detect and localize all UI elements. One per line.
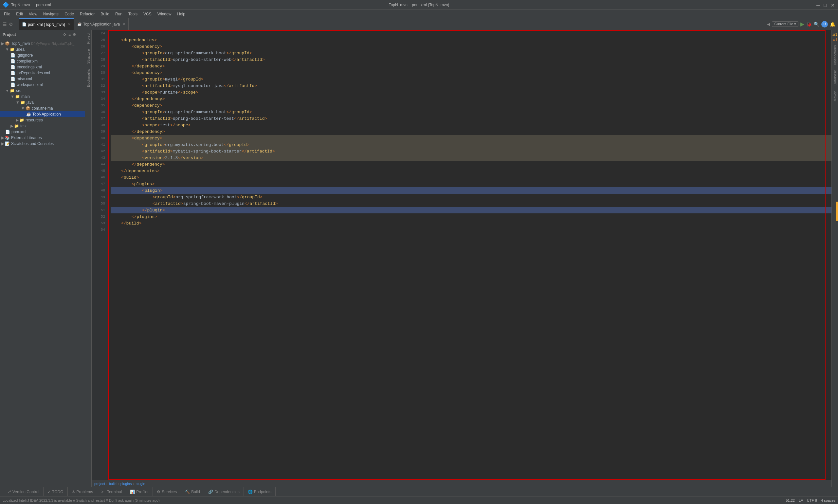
- menu-view[interactable]: View: [26, 11, 40, 17]
- menubar: File Edit View Navigate Code Refactor Bu…: [0, 10, 838, 18]
- tab-topnapplication[interactable]: ☕ TopNApplication.java ✕: [74, 18, 129, 30]
- tree-label: java: [26, 100, 34, 105]
- settings-icon[interactable]: ⚙: [9, 22, 13, 27]
- code-line-41: <groupId>org.mybatis.spring.boot</groupI…: [111, 141, 832, 148]
- tree-item-comitheima[interactable]: ▼ 📦 com.itheima: [0, 105, 85, 111]
- code-line-49: <groupId>org.springframework.boot</group…: [111, 194, 832, 200]
- close-button[interactable]: ✕: [831, 3, 835, 7]
- tree-item-compiler[interactable]: 📄 compiler.xml: [0, 58, 85, 64]
- code-content[interactable]: <dependencies> <dependency> <groupId>org…: [108, 30, 832, 480]
- line-ending[interactable]: LF: [799, 499, 803, 502]
- indent-info[interactable]: 4 spaces: [821, 499, 835, 502]
- statusbar-left: Localized IntelliJ IDEA 2022.3.3 is avai…: [3, 499, 160, 502]
- menu-edit[interactable]: Edit: [14, 11, 25, 17]
- menu-vcs[interactable]: VCS: [141, 11, 154, 17]
- menu-file[interactable]: File: [1, 11, 13, 17]
- run-debug-button[interactable]: 🐞: [806, 22, 812, 27]
- maven-side-label[interactable]: Maven: [833, 88, 838, 104]
- tree-item-topnapplication[interactable]: ☕ TopNApplication: [0, 111, 85, 117]
- tab-pom-xml[interactable]: 📄 pom.xml (TopN_mvn) ✕: [19, 18, 74, 30]
- breadcrumb-build[interactable]: build: [109, 482, 117, 486]
- notifications-side-label[interactable]: Notifications: [833, 42, 838, 68]
- expand-icon: ▼: [16, 100, 20, 105]
- run-button[interactable]: ▶: [800, 21, 804, 27]
- bookmarks-side-label[interactable]: Bookmarks: [86, 67, 91, 90]
- tab-terminal[interactable]: >_ Terminal: [97, 487, 126, 497]
- tab-endpoints[interactable]: 🌐 Endpoints: [244, 487, 275, 497]
- tab-java-close[interactable]: ✕: [122, 22, 125, 26]
- line-41: 41: [95, 141, 105, 148]
- tree-item-resources[interactable]: ▶ 📁 resources: [0, 117, 85, 123]
- tab-pom-close[interactable]: ✕: [68, 22, 70, 26]
- tab-version-control[interactable]: ⎇ Version Control: [3, 487, 43, 497]
- tab-build[interactable]: 🔨 Build: [181, 487, 204, 497]
- tab-problems[interactable]: ⚠ Problems: [68, 487, 97, 497]
- tree-item-pomxml[interactable]: 📄 pom.xml: [0, 129, 85, 135]
- tree-item-idea[interactable]: ▼ 📁 .idea: [0, 47, 85, 52]
- breadcrumb-project[interactable]: project: [94, 482, 105, 486]
- build-icon: 🔨: [185, 490, 190, 494]
- tab-label: Services: [162, 490, 177, 494]
- tree-item-java[interactable]: ▼ 📁 java: [0, 100, 85, 105]
- search-button[interactable]: 🔍: [814, 22, 819, 27]
- info-message: Localized IntelliJ IDEA 2022.3.3 is avai…: [3, 499, 160, 502]
- tab-services[interactable]: ⚙ Services: [153, 487, 181, 497]
- xml-icon2: 📄: [5, 130, 10, 134]
- tab-profiler[interactable]: 📊 Profiler: [126, 487, 153, 497]
- settings-gear-icon[interactable]: ⚙: [73, 32, 76, 37]
- folder-icon: 📁: [15, 94, 20, 99]
- maximize-button[interactable]: □: [824, 3, 828, 7]
- tab-todo[interactable]: ✓ TODO: [43, 487, 68, 497]
- code-editor: 24 25 26 27 28 29 30 31 32 33 34 35 36 3…: [92, 30, 832, 480]
- tree-item-jarrepos[interactable]: 📄 jarRepositories.xml: [0, 70, 85, 76]
- tree-item-workspace[interactable]: 📄 workspace.xml: [0, 82, 85, 88]
- encoding[interactable]: UTF-8: [807, 499, 817, 502]
- menu-code[interactable]: Code: [62, 11, 76, 17]
- project-side-label[interactable]: Project: [86, 30, 91, 47]
- xml-icon: 📄: [11, 71, 15, 75]
- menu-run[interactable]: Run: [113, 11, 125, 17]
- database-side-label[interactable]: Database: [833, 68, 838, 88]
- sidebar-header: Project ⟳ ≡ ⚙ —: [0, 30, 85, 39]
- breadcrumb-plugins[interactable]: plugins: [121, 482, 132, 486]
- structure-icon[interactable]: ☰: [3, 22, 7, 27]
- token: <: [121, 38, 124, 42]
- tree-item-test[interactable]: ▶ 📁 test: [0, 123, 85, 129]
- scrollbar-indicator: [836, 202, 838, 221]
- breadcrumb-plugin[interactable]: plugin: [136, 482, 145, 486]
- tab-bar: 📄 pom.xml (TopN_mvn) ✕ ☕ TopNApplication…: [19, 18, 764, 30]
- tree-item-src[interactable]: ▼ 📁 src: [0, 88, 85, 94]
- tree-item-external-libs[interactable]: ▶ 📚 External Libraries: [0, 135, 85, 141]
- avatar-icon[interactable]: U: [821, 21, 828, 28]
- line-49: 49: [95, 194, 105, 200]
- menu-help[interactable]: Help: [175, 11, 188, 17]
- tree-item-scratches[interactable]: ▶ 📝 Scratches and Consoles: [0, 141, 85, 147]
- tree-item-misc[interactable]: 📄 misc.xml: [0, 76, 85, 82]
- warning-count: ⚠3: [833, 33, 837, 36]
- back-icon[interactable]: ◀: [767, 22, 770, 26]
- notifications-icon[interactable]: 🔔: [830, 22, 835, 27]
- menu-build[interactable]: Build: [98, 11, 112, 17]
- line-33: 33: [95, 89, 105, 95]
- tab-dependencies[interactable]: 🔗 Dependencies: [204, 487, 244, 497]
- menu-window[interactable]: Window: [155, 11, 174, 17]
- menu-navigate[interactable]: Navigate: [40, 11, 61, 17]
- menu-refactor[interactable]: Refactor: [77, 11, 97, 17]
- tree-item-topnmvn[interactable]: ▶ 📦 TopN_mvn D:\MyProgram\bigdata\TopN_: [0, 40, 85, 47]
- menu-tools[interactable]: Tools: [126, 11, 140, 17]
- line-30: 30: [95, 69, 105, 76]
- tree-item-gitignore[interactable]: 📄 .gitignore: [0, 52, 85, 58]
- token: >: [160, 44, 162, 49]
- code-line-30: <dependency>: [111, 69, 832, 76]
- tree-item-encodings[interactable]: 📄 encodings.xml: [0, 64, 85, 70]
- filter-icon[interactable]: ≡: [68, 32, 71, 37]
- target-selector[interactable]: Current File ▾: [772, 21, 798, 27]
- line-40: 40: [95, 135, 105, 141]
- structure-side-label[interactable]: Structure: [86, 47, 91, 67]
- minimize-button[interactable]: ─: [816, 3, 821, 7]
- cursor-position[interactable]: 51:22: [786, 499, 795, 502]
- sync-icon[interactable]: ⟳: [63, 32, 67, 37]
- project-tree: ▶ 📦 TopN_mvn D:\MyProgram\bigdata\TopN_ …: [0, 39, 85, 487]
- tree-item-main[interactable]: ▼ 📁 main: [0, 94, 85, 100]
- collapse-icon[interactable]: —: [78, 32, 82, 37]
